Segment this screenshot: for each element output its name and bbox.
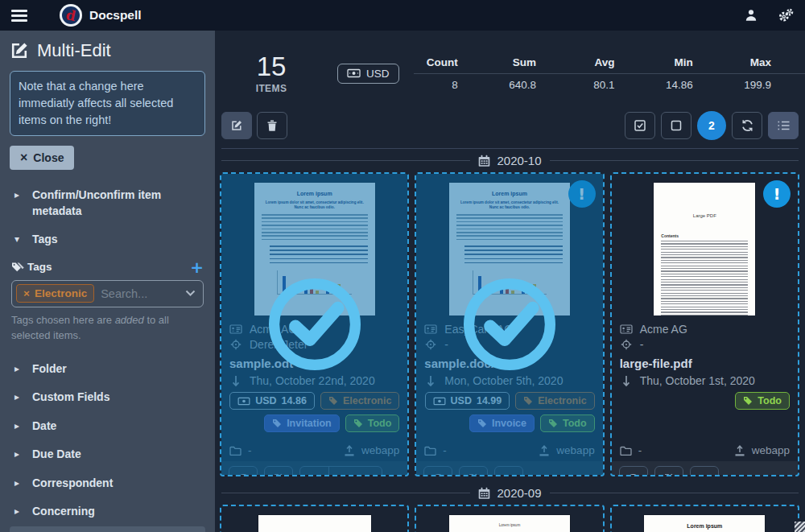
sidebar-item-confirm[interactable]: ▸ Confirm/Unconfirm item metadata [10,181,205,225]
sidebar-item-custom-fields[interactable]: ▸ Custom Fields [10,383,205,412]
arrow-down-icon [424,375,437,387]
stats-table: Count Sum Avg Min Max 8 640.8 80.1 14.86… [414,52,805,96]
item-thumbnail[interactable]: Lorem ipsum Lorem ipsum dolor sit amet, … [221,174,407,315]
preview-eye-button[interactable] [619,466,648,476]
tag-icon [743,396,753,406]
thumb-title: Lorem ipsum [456,523,563,527]
tag-icon [548,419,558,428]
tag-badge-todo[interactable]: Todo [735,392,790,410]
preview-eye-button[interactable] [423,466,452,476]
stats-value-min: 14.86 [648,74,726,96]
item-filename: sample.odt [229,357,399,370]
sidebar-item-tags[interactable]: ▾ Tags [10,225,205,254]
folder-icon [620,446,632,456]
item-date-row: Thu, October 1st, 2020 [620,374,790,387]
close-button[interactable]: × Close [10,146,74,170]
tag-icon [523,396,533,406]
caret-right-icon: ▸ [14,447,23,461]
sidebar-item-date[interactable]: ▸ Date [10,412,205,441]
tag-badge-invoice[interactable]: Invoice [469,414,535,432]
tag-badge-electronic[interactable]: Electronic [320,392,399,410]
stats-value-count: 8 [414,74,492,96]
preview-eye-button[interactable] [229,466,258,476]
multi-edit-note: Note that a change here immediatly affec… [10,71,205,136]
item-card-partial-1[interactable]: Keywords in PDF [220,505,409,532]
item-thumbnail[interactable]: Keywords in PDF [221,506,407,532]
resize-grip[interactable] [795,522,805,532]
sidebar-item-correspondent[interactable]: ▸ Correspondent [10,469,205,498]
stats-value-sum: 640.8 [492,74,570,96]
item-card-sample-odt[interactable]: Lorem ipsum Lorem ipsum dolor sit amet, … [220,172,409,476]
sidebar-title: Multi-Edit [37,40,111,61]
multi-edit-button[interactable] [221,112,252,139]
arrow-down-icon [620,375,633,387]
hamburger-menu-icon[interactable] [11,10,27,22]
remove-tag-icon[interactable]: × [23,287,30,299]
tag-search-input[interactable] [101,287,179,300]
thumb-bullet-lines [270,245,368,266]
amount-badge[interactable]: USD 14.99 [425,392,510,410]
currency-filter-badge: USD [337,64,399,84]
item-card-large-file-pdf[interactable]: ! Large PDF Contents [610,172,799,476]
tag-badge-electronic[interactable]: Electronic [515,392,594,410]
thumb-contents-label: Contents [661,233,748,238]
correspondent-row: Acme AG [229,323,399,336]
concerning-name: - [444,338,448,351]
item-thumbnail[interactable]: Lorem ipsum Lorem ipsum dolor sit amet, … [416,506,602,532]
tag-label: Electronic [343,395,391,406]
item-thumbnail[interactable]: Lorem ipsum Lorem ipsum dolor sit amet, … [612,506,798,532]
deselect-all-button[interactable] [661,112,691,139]
edit-item-button[interactable] [264,466,293,476]
tags-help-text: Tags chosen here are added to all select… [11,313,204,344]
item-meta: EasyCare AG - sample.docx [416,315,602,439]
tags-icon [11,262,24,273]
refresh-button[interactable] [732,112,762,139]
item-card-partial-2[interactable]: Lorem ipsum Lorem ipsum dolor sit amet, … [415,505,604,532]
tag-label: Invitation [287,418,332,429]
logo-letter: d [64,7,76,23]
upload-icon [344,445,355,456]
item-card-sample-docx[interactable]: ! Lorem ipsum Lorem ipsum dolor sit amet… [415,172,604,476]
caret-right-icon: ▸ [14,504,23,518]
tag-badge-todo[interactable]: Todo [345,414,400,432]
caret-down-icon: ▾ [14,232,23,246]
selection-count-badge[interactable]: 2 [697,111,726,140]
sidebar-item-folder[interactable]: ▸ Folder [10,355,205,384]
thumb-bullet-lines [464,245,563,266]
items-grid-partial: Keywords in PDF Lorem ipsum Lorem ipsum … [215,501,805,532]
calendar-icon [478,155,490,167]
tags-search-box[interactable]: × Electronic [11,280,204,307]
list-view-button[interactable] [768,112,799,139]
folder-source-row: - webapp [612,439,798,461]
delete-button[interactable] [257,112,287,139]
sidebar-item-direction[interactable]: ▸ Direction [10,526,205,532]
page-count-label: 4p. [494,466,523,476]
chevron-down-icon[interactable] [185,290,196,297]
tag-badge-invitation[interactable]: Invitation [264,414,340,432]
navbar-actions [744,8,794,23]
settings-gears-icon[interactable] [778,8,794,23]
item-date-row: Thu, October 22nd, 2020 [229,374,399,387]
add-tag-plus-icon[interactable]: + [190,259,204,275]
source-value: webapp [361,444,399,456]
sidebar-item-label: Due Date [32,447,81,463]
selected-tag-chip[interactable]: × Electronic [16,284,94,303]
user-icon[interactable] [744,8,758,23]
amount-badge[interactable]: USD 14.86 [229,392,315,410]
sidebar-item-label: Custom Fields [32,390,109,406]
select-all-button[interactable] [625,112,655,139]
item-filename: sample.docx [424,357,594,370]
tag-badge-todo[interactable]: Todo [540,414,595,432]
next-attachment-button[interactable]: → [300,467,328,476]
crosshairs-icon [229,339,242,350]
sidebar-item-due-date[interactable]: ▸ Due Date [10,440,205,469]
tag-label: Electronic [538,395,586,406]
edit-item-button[interactable] [654,466,683,476]
concerning-row: - [424,338,594,351]
page-count-label: 1/2, 4p. [328,467,382,476]
stats-value-max: 199.9 [727,74,805,96]
sidebar-item-concerning[interactable]: ▸ Concerning [10,497,205,526]
edit-item-button[interactable] [459,466,488,476]
caret-right-icon: ▸ [14,361,23,376]
item-card-partial-3[interactable]: Lorem ipsum Lorem ipsum dolor sit amet, … [610,505,799,532]
